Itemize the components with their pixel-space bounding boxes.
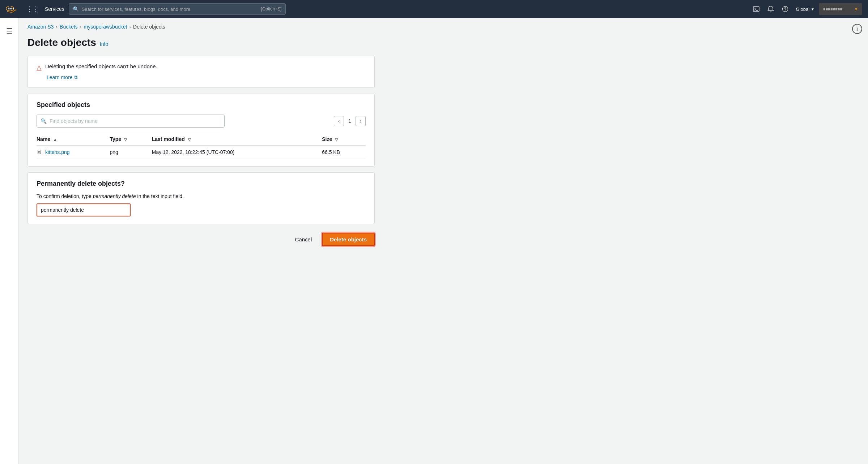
sidebar: ☰: [0, 18, 19, 464]
file-icon: 🖹: [37, 149, 42, 155]
objects-search-row: 🔍 ‹ 1 ›: [37, 115, 366, 128]
breadcrumb-sep-3: ›: [129, 24, 131, 30]
table-header-row: Name ▲ Type ▽ Last modified ▽ Size: [37, 133, 366, 145]
pagination-next[interactable]: ›: [356, 116, 366, 126]
specified-objects-title: Specified objects: [37, 101, 366, 109]
learn-more-link[interactable]: Learn more ⧉: [47, 74, 366, 80]
pagination-number: 1: [346, 118, 353, 124]
warning-text: Deleting the specified objects can't be …: [45, 63, 157, 69]
col-name: Name ▲: [37, 133, 110, 145]
footer-buttons: Cancel Delete objects: [27, 233, 375, 246]
breadcrumb-bucket-name[interactable]: mysuperawsbucket: [84, 24, 127, 30]
confirm-delete-input[interactable]: [37, 203, 131, 216]
table-row: 🖹 kittens.png png May 12, 2022, 18:22:45…: [37, 145, 366, 159]
file-name-cell: 🖹 kittens.png: [37, 145, 110, 159]
info-link[interactable]: Info: [100, 41, 108, 47]
breadcrumb-s3[interactable]: Amazon S3: [27, 24, 54, 30]
permanently-delete-panel: Permanently delete objects? To confirm d…: [27, 172, 375, 224]
bell-icon[interactable]: [764, 3, 777, 16]
learn-more-label: Learn more: [47, 74, 73, 80]
col-name-label: Name: [37, 136, 50, 142]
page-header: Delete objects Info: [27, 37, 856, 48]
size-sort-icon[interactable]: ▽: [335, 137, 338, 142]
warning-panel: △ Deleting the specified objects can't b…: [27, 56, 375, 88]
col-last-modified: Last modified ▽: [152, 133, 322, 145]
page-title: Delete objects: [27, 37, 96, 48]
objects-search-input[interactable]: [50, 118, 221, 124]
modified-sort-icon[interactable]: ▽: [188, 137, 191, 142]
pagination: ‹ 1 ›: [334, 116, 366, 126]
main-layout: ☰ i Amazon S3 › Buckets › mysuperawsbuck…: [0, 18, 868, 464]
search-shortcut: [Option+S]: [261, 7, 282, 12]
col-type: Type ▽: [110, 133, 152, 145]
file-type-cell: png: [110, 145, 152, 159]
search-icon: 🔍: [73, 6, 79, 12]
grid-icon[interactable]: ⋮⋮: [25, 4, 41, 14]
global-search[interactable]: 🔍 [Option+S]: [69, 3, 286, 15]
account-menu[interactable]: ■■■■■■■■ ▼: [819, 3, 862, 15]
objects-table: Name ▲ Type ▽ Last modified ▽ Size: [37, 133, 366, 159]
breadcrumb-current: Delete objects: [133, 24, 165, 30]
svg-rect-1: [753, 7, 759, 12]
main-content: i Amazon S3 › Buckets › mysuperawsbucket…: [19, 18, 868, 464]
nav-icons: Global ▼ ■■■■■■■■ ▼: [750, 3, 862, 16]
account-label: ■■■■■■■■: [823, 7, 842, 11]
type-sort-icon[interactable]: ▽: [124, 137, 127, 142]
breadcrumb-buckets[interactable]: Buckets: [60, 24, 78, 30]
breadcrumb-sep-2: ›: [80, 24, 82, 30]
col-type-label: Type: [110, 136, 121, 142]
external-link-icon: ⧉: [74, 74, 77, 80]
terminal-icon[interactable]: [750, 3, 763, 16]
page-info-icon[interactable]: i: [852, 24, 862, 34]
help-icon[interactable]: [779, 3, 792, 16]
confirm-text-prefix: To confirm deletion, type: [37, 193, 93, 199]
region-selector[interactable]: Global ▼: [793, 5, 817, 13]
search-input[interactable]: [82, 7, 258, 12]
region-label: Global: [796, 7, 810, 12]
col-last-modified-label: Last modified: [152, 136, 185, 142]
delete-objects-button[interactable]: Delete objects: [322, 233, 375, 246]
confirm-text: To confirm deletion, type permanently de…: [37, 193, 366, 199]
services-nav[interactable]: Services: [45, 6, 64, 12]
top-navigation: aws ⋮⋮ Services 🔍 [Option+S]: [0, 0, 868, 18]
perm-delete-title: Permanently delete objects?: [37, 180, 366, 188]
name-sort-icon[interactable]: ▲: [53, 137, 57, 142]
aws-logo[interactable]: aws: [6, 3, 20, 15]
col-size: Size ▽: [322, 133, 366, 145]
col-size-label: Size: [322, 136, 332, 142]
svg-text:aws: aws: [8, 7, 14, 10]
specified-objects-panel: Specified objects 🔍 ‹ 1 › Name: [27, 94, 375, 167]
objects-search-icon: 🔍: [41, 118, 47, 124]
svg-point-3: [785, 10, 786, 11]
confirm-text-keyword: permanently delete: [93, 193, 136, 199]
warning-triangle-icon: △: [37, 64, 42, 72]
region-dropdown-icon: ▼: [811, 7, 814, 11]
pagination-prev[interactable]: ‹: [334, 116, 344, 126]
hamburger-menu[interactable]: ☰: [3, 24, 16, 38]
breadcrumb: Amazon S3 › Buckets › mysuperawsbucket ›…: [27, 24, 856, 30]
breadcrumb-sep-1: ›: [56, 24, 58, 30]
file-size-cell: 66.5 KB: [322, 145, 366, 159]
confirm-text-suffix: in the text input field.: [136, 193, 184, 199]
objects-search-box[interactable]: 🔍: [37, 115, 225, 128]
warning-row: △ Deleting the specified objects can't b…: [37, 63, 366, 72]
file-modified-cell: May 12, 2022, 18:22:45 (UTC-07:00): [152, 145, 322, 159]
cancel-button[interactable]: Cancel: [289, 233, 318, 245]
file-link[interactable]: kittens.png: [45, 149, 70, 155]
account-dropdown-icon: ▼: [854, 7, 858, 11]
